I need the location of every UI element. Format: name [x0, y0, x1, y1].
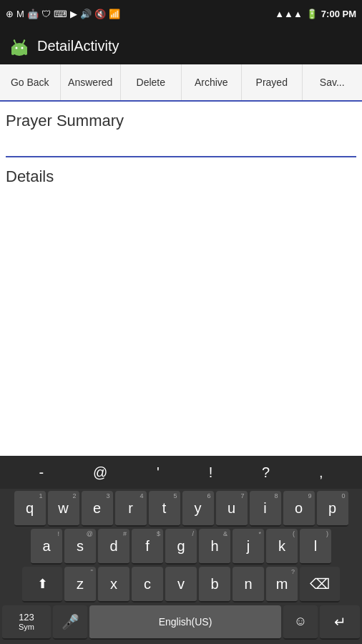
key-m[interactable]: ?m — [266, 567, 298, 602]
mute-icon: 🔇 — [94, 9, 106, 19]
key-question[interactable]: ? — [252, 456, 280, 489]
emoji-key[interactable]: ☺ — [283, 605, 318, 640]
key-exclaim[interactable]: ! — [199, 456, 223, 489]
symbol-row: - @ ' ! ? , — [0, 456, 362, 489]
backspace-key[interactable]: ⌫ — [300, 567, 340, 602]
add-icon: ⊕ — [6, 9, 14, 19]
keyboard: - @ ' ! ? , 1q 2w 3e 4r 5t 6y 7u 8i 9o 0… — [0, 456, 362, 644]
volume-icon: 🔊 — [80, 9, 92, 19]
svg-point-4 — [16, 47, 18, 49]
shield-icon: 🛡 — [41, 9, 51, 19]
key-apostrophe[interactable]: ' — [147, 456, 170, 489]
details-label: Details — [6, 162, 356, 187]
key-z[interactable]: "z — [64, 567, 96, 602]
key-dash[interactable]: - — [29, 456, 54, 489]
wifi-icon: 📶 — [109, 9, 120, 19]
key-g[interactable]: /g — [165, 529, 197, 565]
key-row-1: 1q 2w 3e 4r 5t 6y 7u 8i 9o 0p — [0, 489, 362, 527]
time-display: 7:00 PM — [321, 9, 356, 19]
key-h[interactable]: &h — [199, 529, 230, 565]
key-s[interactable]: @s — [64, 529, 96, 565]
svg-point-8 — [14, 39, 15, 41]
app-logo — [9, 35, 30, 57]
keyboard-icon: ⌨ — [54, 9, 67, 19]
sym-label-bot: Sym — [19, 623, 34, 631]
status-bar: ⊕ M 🤖 🛡 ⌨ ▶ 🔊 🔇 📶 ▲▲▲ 🔋 7:00 PM — [0, 0, 362, 27]
key-k[interactable]: (k — [266, 529, 298, 565]
prayer-summary-label: Prayer Summary — [6, 109, 356, 132]
svg-rect-3 — [24, 50, 27, 55]
sym-label-top: 123 — [19, 612, 34, 623]
delete-button[interactable]: Delete — [121, 64, 182, 100]
archive-button[interactable]: Archive — [182, 64, 243, 100]
key-i[interactable]: 8i — [250, 491, 281, 527]
save-button[interactable]: Sav... — [303, 64, 363, 100]
prayer-summary-input[interactable] — [6, 132, 356, 157]
key-v[interactable]: v — [165, 567, 197, 602]
key-row-3: ⬆ "z x c v b n ?m ⌫ — [0, 565, 362, 602]
key-f[interactable]: $f — [132, 529, 163, 565]
answered-button[interactable]: Answered — [61, 64, 122, 100]
key-e[interactable]: 3e — [82, 491, 113, 527]
bottom-row: 123 Sym 🎤 English(US) ☺ ↵ — [0, 602, 362, 644]
key-l[interactable]: )l — [300, 529, 331, 565]
svg-point-9 — [24, 39, 25, 41]
key-q[interactable]: 1q — [14, 491, 46, 527]
key-at[interactable]: @ — [83, 456, 117, 489]
key-y[interactable]: 6y — [182, 491, 214, 527]
key-p[interactable]: 0p — [317, 491, 348, 527]
gmail-icon: M — [16, 9, 24, 19]
title-bar: DetailActivity — [0, 27, 362, 64]
details-input[interactable] — [6, 187, 356, 280]
key-u[interactable]: 7u — [216, 491, 248, 527]
key-w[interactable]: 2w — [48, 491, 79, 527]
signal-icon: ▲▲▲ — [275, 9, 303, 19]
svg-point-5 — [21, 47, 24, 49]
key-d[interactable]: #d — [98, 529, 129, 565]
key-comma[interactable]: , — [309, 456, 333, 489]
enter-key[interactable]: ↵ — [320, 605, 360, 640]
sym-key[interactable]: 123 Sym — [2, 605, 51, 640]
mic-key[interactable]: 🎤 — [53, 605, 87, 640]
space-key[interactable]: English(US) — [89, 605, 281, 640]
battery-icon: 🔋 — [306, 9, 318, 19]
app-title: DetailActivity — [37, 38, 119, 54]
android-icon: 🤖 — [27, 9, 39, 19]
key-o[interactable]: 9o — [283, 491, 315, 527]
content-area: Prayer Summary Details — [0, 102, 362, 456]
key-row-2: !a @s #d $f /g &h *j (k )l — [0, 527, 362, 565]
prayer-summary-group: Prayer Summary — [6, 109, 356, 162]
status-icons-left: ⊕ M 🤖 🛡 ⌨ ▶ 🔊 🔇 📶 — [6, 9, 120, 19]
media-icon: ▶ — [70, 9, 77, 19]
prayed-button[interactable]: Prayed — [242, 64, 303, 100]
key-a[interactable]: !a — [31, 529, 62, 565]
key-r[interactable]: 4r — [115, 491, 147, 527]
status-right: ▲▲▲ 🔋 7:00 PM — [275, 9, 356, 19]
key-j[interactable]: *j — [233, 529, 264, 565]
details-group: Details — [6, 162, 356, 288]
go-back-button[interactable]: Go Back — [0, 64, 61, 100]
key-x[interactable]: x — [98, 567, 129, 602]
key-b[interactable]: b — [199, 567, 230, 602]
key-n[interactable]: n — [233, 567, 264, 602]
shift-key[interactable]: ⬆ — [22, 567, 62, 602]
svg-rect-2 — [11, 50, 14, 55]
key-c[interactable]: c — [132, 567, 163, 602]
action-bar: Go Back Answered Delete Archive Prayed S… — [0, 64, 362, 102]
key-t[interactable]: 5t — [149, 491, 180, 527]
